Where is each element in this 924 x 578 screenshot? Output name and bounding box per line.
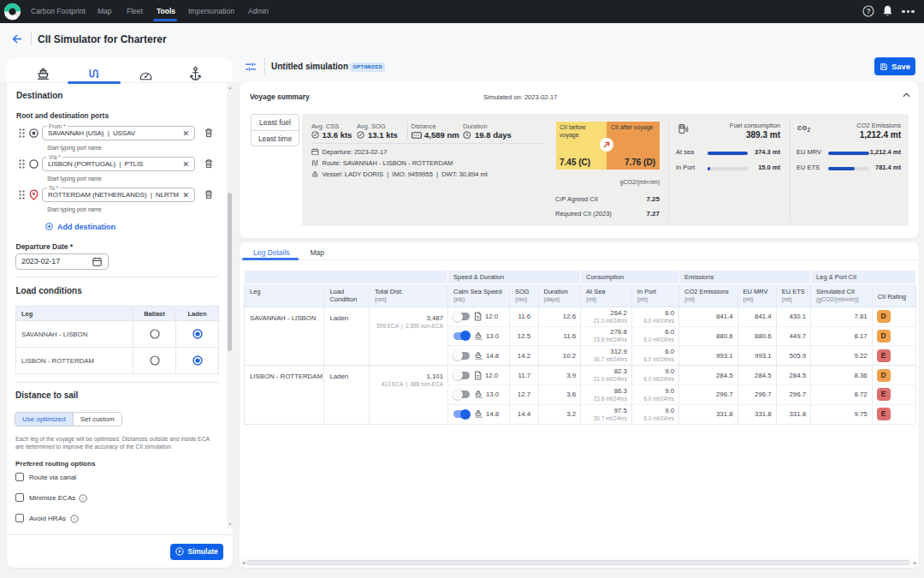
- svg-text:i: i: [82, 495, 83, 501]
- svg-text:i: i: [74, 515, 74, 521]
- svg-text:?: ?: [866, 7, 870, 15]
